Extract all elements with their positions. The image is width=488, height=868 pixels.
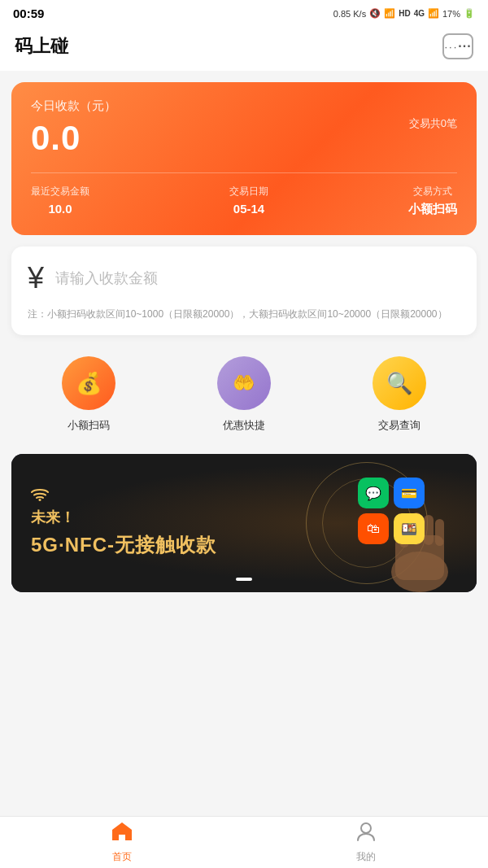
status-time: 00:59 [13,7,44,20]
recent-amount-item: 最近交易金额 10.0 [31,185,89,217]
svg-rect-5 [424,515,434,545]
tx-query-label: 交易查询 [378,418,420,433]
wifi-icon: 📶 [384,8,395,19]
card-amount: 0.0 [31,119,457,158]
mute-icon: 🔇 [369,8,381,19]
small-scan-icon: 💰 [62,356,115,410]
tx-date-value: 05-14 [229,202,268,216]
tx-method-value: 小额扫码 [408,202,457,217]
signal-icon: 📶 [428,8,439,19]
input-row: ¥ 请输入收款金额 [28,261,460,295]
small-scan-label: 小额扫码 [68,418,110,433]
alipay-icon: 💳 [394,478,425,508]
speed-indicator: 0.85 K/s [333,9,366,19]
mine-icon [355,821,377,847]
discount-fast-button[interactable]: 🤲 优惠快捷 [217,356,271,433]
banner-title: 5G·NFC-无接触收款 [31,532,216,558]
input-note: 注：小额扫码收款区间10~1000（日限额20000），大额扫码收款区间10~2… [28,307,460,322]
promo-banner[interactable]: 未来！ 5G·NFC-无接触收款 💬 💳 🛍 [11,454,477,592]
status-icons: 0.85 K/s 🔇 📶 HD 4G 📶 17% 🔋 [333,8,475,19]
nav-home[interactable]: 首页 [0,817,244,868]
hd-icon: HD [399,9,410,18]
app-header: 码上碰 ··· [0,25,488,71]
banner-subtitle: 未来！ [31,508,216,527]
nav-mine-label: 我的 [356,850,376,864]
nav-mine[interactable]: 我的 [244,817,488,868]
banner-dots [236,569,252,584]
app-icons-grid: 💬 💳 🛍 🍱 [358,478,425,544]
tx-query-icon: 🔍 [373,356,426,410]
svg-rect-6 [435,519,444,546]
amount-input[interactable]: 请输入收款金额 [55,268,460,288]
battery-level: 17% [442,9,460,19]
taobao-icon: 🛍 [358,513,389,544]
yen-symbol: ¥ [28,261,44,295]
svg-point-0 [39,499,41,501]
tx-count: 交易共0笔 [409,116,457,131]
banner-wifi-icon [31,488,216,504]
small-scan-button[interactable]: 💰 小额扫码 [62,356,115,433]
banner-app-icons: 💬 💳 🛍 🍱 [322,454,468,592]
bottom-nav: 首页 我的 [0,816,488,868]
app-title: 码上碰 [15,34,68,59]
discount-fast-emoji: 🤲 [233,373,255,394]
battery-icon: 🔋 [464,8,475,19]
income-card: 今日收款（元） 0.0 交易共0笔 最近交易金额 10.0 交易日期 05-14… [11,82,477,235]
message-button[interactable]: ··· [442,33,473,59]
amount-input-section: ¥ 请输入收款金额 注：小额扫码收款区间10~1000（日限额20000），大额… [11,246,477,335]
tx-date-label: 交易日期 [229,185,268,198]
dot-1 [236,578,252,581]
tx-query-emoji: 🔍 [386,371,412,396]
discount-fast-label: 优惠快捷 [223,418,265,433]
wechat-icon: 💬 [358,478,389,508]
card-label: 今日收款（元） [31,98,457,114]
banner-text-content: 未来！ 5G·NFC-无接触收款 [11,472,236,574]
recent-amount-value: 10.0 [31,202,89,216]
tx-method-item: 交易方式 小额扫码 [408,185,457,217]
4g-icon: 4G [414,9,425,18]
nav-home-label: 首页 [112,850,132,864]
meituan-icon: 🍱 [394,513,425,544]
card-bottom-stats: 最近交易金额 10.0 交易日期 05-14 交易方式 小额扫码 [31,172,457,217]
recent-amount-label: 最近交易金额 [31,185,89,198]
quick-actions: 💰 小额扫码 🤲 优惠快捷 🔍 交易查询 [11,348,477,441]
svg-point-8 [361,823,371,833]
tx-method-label: 交易方式 [408,185,457,198]
discount-fast-icon: 🤲 [217,356,271,410]
tx-query-button[interactable]: 🔍 交易查询 [373,356,426,433]
status-bar: 00:59 0.85 K/s 🔇 📶 HD 4G 📶 17% 🔋 [0,0,488,25]
home-icon [111,821,133,847]
svg-rect-7 [119,835,125,840]
tx-date-item: 交易日期 05-14 [229,185,268,217]
small-scan-emoji: 💰 [76,371,102,396]
